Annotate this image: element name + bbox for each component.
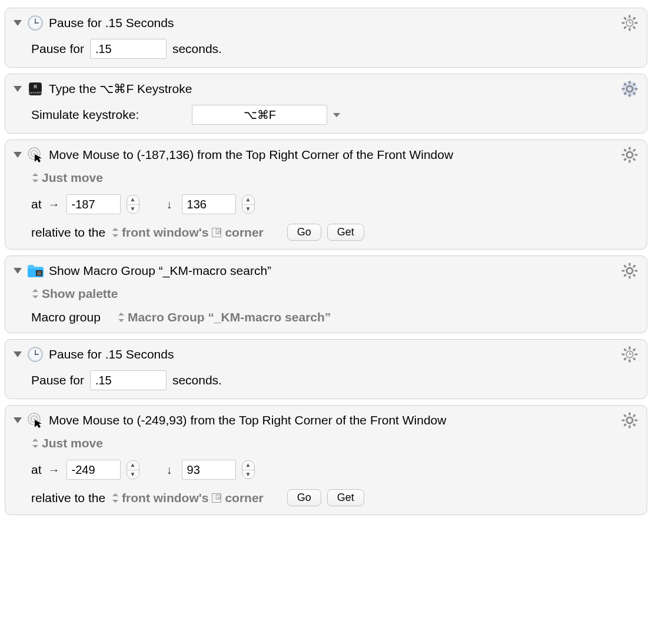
svg-rect-82 [622, 419, 625, 421]
relative-value: front window's [122, 225, 208, 240]
svg-rect-55 [623, 274, 627, 277]
svg-rect-25 [622, 88, 625, 89]
svg-rect-9 [635, 22, 638, 24]
macro-group-row: Macro group Macro Group “_KM-macro searc… [31, 310, 638, 324]
pause-unit: seconds. [172, 373, 222, 387]
svg-rect-38 [622, 154, 625, 155]
at-label: at [31, 197, 42, 211]
macro-group-label: Macro group [31, 310, 101, 324]
disclosure-triangle-icon[interactable] [14, 152, 22, 158]
svg-rect-23 [628, 81, 630, 84]
arrow-right-icon: → [48, 198, 61, 211]
svg-rect-52 [622, 270, 625, 271]
svg-rect-85 [623, 423, 627, 427]
disclosure-triangle-icon[interactable] [14, 20, 22, 26]
relative-value: front window's [122, 491, 208, 505]
macro-mode-popup[interactable]: Show palette [31, 287, 118, 301]
svg-rect-71 [623, 348, 627, 351]
y-stepper[interactable]: ▲▼ [242, 195, 255, 214]
panel-title: Move Mouse to (-187,136) from the Top Ri… [49, 148, 453, 162]
mouse-mode-row: Just move [31, 171, 638, 185]
svg-rect-66 [628, 360, 630, 363]
svg-rect-81 [628, 426, 630, 429]
keystroke-action: ⌘ command Type the ⌥⌘F Keystroke Simulat… [5, 74, 647, 134]
pause-row: Pause for seconds. [31, 370, 638, 390]
svg-rect-7 [628, 28, 630, 31]
mouse-mode-popup[interactable]: Just move [31, 171, 103, 185]
svg-rect-40 [633, 148, 636, 152]
gear-clock-icon[interactable] [621, 14, 638, 32]
mouse-mode-popup[interactable]: Just move [31, 436, 103, 450]
svg-rect-56 [623, 264, 627, 268]
mouse-move-action: Move Mouse to (-187,136) from the Top Ri… [5, 140, 647, 250]
popup-arrows-icon [31, 173, 39, 182]
stepper-up-icon: ▲ [127, 461, 139, 470]
x-input[interactable] [66, 194, 121, 214]
disclosure-triangle-icon[interactable] [14, 268, 22, 274]
svg-rect-26 [635, 88, 638, 89]
chevron-down-icon[interactable] [333, 113, 340, 117]
popup-arrows-icon [111, 493, 119, 503]
keystroke-input[interactable] [192, 105, 327, 125]
coords-row: at → ▲▼ ↓ ▲▼ [31, 460, 638, 480]
y-stepper[interactable]: ▲▼ [242, 460, 255, 479]
pause-duration-input[interactable] [90, 39, 167, 59]
get-button[interactable]: Get [327, 224, 364, 241]
pause-row: Pause for seconds. [31, 39, 638, 59]
disclosure-triangle-icon[interactable] [14, 417, 22, 423]
svg-point-44 [628, 153, 632, 157]
go-button[interactable]: Go [287, 489, 321, 506]
gear-icon[interactable] [621, 262, 638, 280]
svg-point-31 [628, 87, 632, 91]
mouse-mode-value: Just move [42, 436, 103, 450]
keystroke-label: Simulate keystroke: [31, 108, 139, 122]
popup-arrows-icon [31, 289, 39, 298]
svg-rect-8 [622, 22, 625, 24]
at-label: at [31, 463, 42, 477]
svg-rect-41 [623, 158, 627, 161]
panel-header[interactable]: ⌘ command Type the ⌥⌘F Keystroke [14, 80, 638, 98]
panel-header[interactable]: Move Mouse to (-249,93) from the Top Rig… [14, 411, 638, 429]
macro-group-value: Macro Group “_KM-macro search” [128, 310, 331, 324]
mouse-target-icon [26, 411, 44, 429]
pause-action: Pause for .15 Seconds Pause for seconds. [5, 339, 647, 399]
panel-header[interactable]: Move Mouse to (-187,136) from the Top Ri… [14, 146, 638, 164]
gear-icon[interactable] [621, 146, 638, 164]
pause-duration-input[interactable] [90, 370, 167, 390]
mouse-move-action: Move Mouse to (-249,93) from the Top Rig… [5, 405, 647, 515]
svg-rect-53 [635, 270, 638, 271]
panel-header[interactable]: Show Macro Group “_KM-macro search” [14, 262, 638, 280]
panel-header[interactable]: Pause for .15 Seconds [14, 346, 638, 363]
svg-rect-54 [633, 264, 636, 268]
svg-point-58 [628, 269, 632, 273]
svg-rect-51 [628, 276, 630, 279]
panel-header[interactable]: Pause for .15 Seconds [14, 14, 638, 32]
y-input[interactable] [182, 194, 236, 214]
show-macro-group-action: Show Macro Group “_KM-macro search” Show… [5, 255, 647, 333]
gear-clock-icon[interactable] [621, 346, 638, 363]
disclosure-triangle-icon[interactable] [14, 351, 22, 357]
x-input[interactable] [66, 460, 121, 480]
panel-title: Pause for .15 Seconds [49, 347, 174, 361]
gear-icon[interactable] [621, 80, 638, 98]
y-input[interactable] [182, 460, 236, 480]
relative-popup[interactable]: front window's ◲ corner [111, 225, 264, 240]
x-stepper[interactable]: ▲▼ [127, 195, 139, 214]
mouse-mode-row: Just move [31, 436, 638, 450]
gear-icon[interactable] [621, 411, 638, 429]
disclosure-triangle-icon[interactable] [14, 86, 22, 92]
macro-group-popup[interactable]: Macro Group “_KM-macro search” [117, 310, 331, 324]
panel-title: Type the ⌥⌘F Keystroke [49, 82, 192, 96]
svg-rect-36 [628, 147, 630, 150]
pause-action: Pause for .15 Seconds Pause for seconds. [5, 8, 647, 68]
macro-mode-row: Show palette [31, 287, 638, 301]
get-button[interactable]: Get [327, 489, 364, 506]
relative-popup[interactable]: front window's ◲ corner [111, 491, 264, 505]
relative-row: relative to the front window's ◲ corner … [31, 489, 638, 506]
go-button[interactable]: Go [287, 224, 321, 241]
x-stepper[interactable]: ▲▼ [127, 460, 139, 479]
svg-rect-86 [623, 414, 627, 417]
corner-top-right-icon: ◲ [212, 493, 221, 503]
arrow-down-icon: ↓ [163, 463, 176, 477]
stepper-down-icon: ▼ [127, 205, 139, 214]
